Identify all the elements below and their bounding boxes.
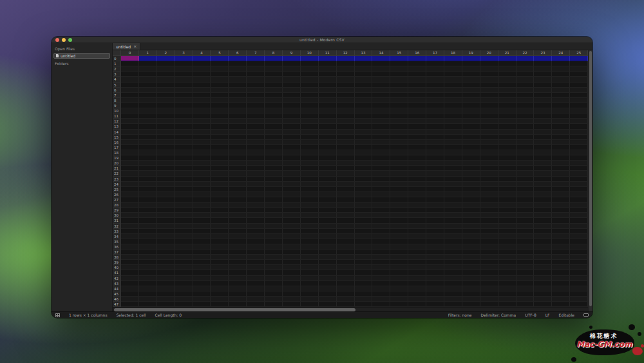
- row-header[interactable]: 37: [113, 250, 121, 255]
- grid-cell[interactable]: [175, 265, 193, 270]
- grid-cell[interactable]: [265, 93, 283, 98]
- grid-cell[interactable]: [337, 187, 355, 192]
- grid-cell[interactable]: [390, 244, 408, 250]
- grid-cell[interactable]: [283, 61, 301, 66]
- grid-cell[interactable]: [157, 255, 175, 260]
- grid-cell[interactable]: [247, 83, 265, 88]
- grid-cell[interactable]: [139, 197, 157, 202]
- grid-cell[interactable]: [480, 135, 498, 140]
- grid-cell[interactable]: [372, 113, 390, 119]
- grid-cell[interactable]: [534, 213, 552, 218]
- grid-cell[interactable]: [121, 140, 139, 145]
- grid-cell[interactable]: [229, 150, 247, 155]
- grid-cell[interactable]: [480, 187, 498, 192]
- grid-cell[interactable]: [498, 281, 516, 286]
- grid-cell[interactable]: [426, 161, 444, 166]
- grid-cell[interactable]: [247, 177, 265, 182]
- grid-cell[interactable]: [444, 187, 462, 192]
- grid-cell[interactable]: [390, 260, 408, 265]
- grid-cell[interactable]: [175, 197, 193, 202]
- grid-cell[interactable]: [211, 130, 229, 135]
- grid-cell[interactable]: [390, 224, 408, 229]
- grid-cell[interactable]: [139, 208, 157, 213]
- grid-cell[interactable]: [319, 98, 337, 103]
- grid-cell[interactable]: [283, 224, 301, 229]
- grid-cell[interactable]: [283, 113, 301, 119]
- grid-cell[interactable]: [229, 234, 247, 239]
- row-header[interactable]: 10: [113, 108, 121, 113]
- grid-cell[interactable]: [426, 98, 444, 103]
- grid-cell[interactable]: [570, 130, 588, 135]
- grid-cell[interactable]: [265, 291, 283, 297]
- grid-cell[interactable]: [157, 202, 175, 208]
- grid-cell[interactable]: [283, 250, 301, 255]
- grid-cell[interactable]: [355, 202, 373, 208]
- grid-cell[interactable]: [229, 297, 247, 302]
- grid-cell[interactable]: [372, 166, 390, 171]
- grid-cell[interactable]: [534, 197, 552, 202]
- grid-cell[interactable]: [480, 182, 498, 187]
- grid-cell[interactable]: [426, 265, 444, 270]
- grid-cell[interactable]: [516, 66, 535, 72]
- horizontal-scrollbar-thumb[interactable]: [114, 308, 355, 311]
- grid-cell[interactable]: [319, 77, 337, 82]
- grid-cell[interactable]: [283, 297, 301, 302]
- grid-cell[interactable]: [121, 192, 139, 197]
- grid-cell[interactable]: [157, 286, 175, 291]
- grid-cell[interactable]: [193, 244, 211, 250]
- grid-cell[interactable]: [444, 182, 462, 187]
- grid-cell[interactable]: [337, 297, 355, 302]
- grid-cell[interactable]: [462, 244, 480, 250]
- grid-cell[interactable]: [444, 234, 462, 239]
- grid-cell[interactable]: [426, 297, 444, 302]
- grid-cell[interactable]: [570, 202, 588, 208]
- grid-cell[interactable]: [319, 155, 337, 161]
- grid-cell[interactable]: [516, 224, 535, 229]
- grid-cell[interactable]: [372, 291, 390, 297]
- grid-cell[interactable]: [175, 213, 193, 218]
- grid-cell[interactable]: [570, 83, 588, 88]
- grid-cell[interactable]: [444, 260, 462, 265]
- grid-cell[interactable]: [408, 161, 426, 166]
- grid-cell[interactable]: [390, 119, 408, 124]
- grid-cell[interactable]: [157, 108, 175, 113]
- grid-cell[interactable]: [534, 208, 552, 213]
- grid-cell[interactable]: [570, 103, 588, 108]
- grid-cell[interactable]: [516, 72, 535, 77]
- grid-cell[interactable]: [337, 130, 355, 135]
- grid-cell[interactable]: [372, 155, 390, 161]
- column-header[interactable]: 0: [121, 50, 139, 55]
- grid-cell[interactable]: [534, 88, 552, 93]
- grid-cell[interactable]: [337, 234, 355, 239]
- grid-cell[interactable]: [175, 130, 193, 135]
- grid-cell[interactable]: [480, 224, 498, 229]
- column-header[interactable]: 15: [390, 50, 408, 55]
- grid-cell[interactable]: [498, 260, 516, 265]
- grid-cell[interactable]: [552, 276, 570, 281]
- column-header[interactable]: 20: [480, 50, 498, 55]
- grid-cell[interactable]: [265, 202, 283, 208]
- grid-cell[interactable]: [372, 202, 390, 208]
- grid-cell[interactable]: [319, 93, 337, 98]
- horizontal-scrollbar[interactable]: [113, 307, 588, 311]
- grid-cell[interactable]: [355, 77, 373, 82]
- grid-cell[interactable]: [139, 250, 157, 255]
- grid-cell[interactable]: [372, 229, 390, 234]
- grid-cell[interactable]: [283, 270, 301, 275]
- grid-cell[interactable]: [121, 93, 139, 98]
- grid-cell[interactable]: [121, 135, 139, 140]
- grid-cell[interactable]: [426, 276, 444, 281]
- grid-cell[interactable]: [534, 270, 552, 275]
- grid-cell[interactable]: [516, 150, 535, 155]
- grid-cell[interactable]: [301, 103, 319, 108]
- grid-cell[interactable]: [337, 56, 355, 61]
- grid-cell[interactable]: [444, 208, 462, 213]
- grid-cell[interactable]: [193, 93, 211, 98]
- grid-cell[interactable]: [390, 124, 408, 129]
- grid-cell[interactable]: [319, 250, 337, 255]
- grid-cell[interactable]: [175, 182, 193, 187]
- grid-cell[interactable]: [139, 93, 157, 98]
- grid-cell[interactable]: [462, 260, 480, 265]
- grid-cell[interactable]: [444, 224, 462, 229]
- grid-cell[interactable]: [157, 177, 175, 182]
